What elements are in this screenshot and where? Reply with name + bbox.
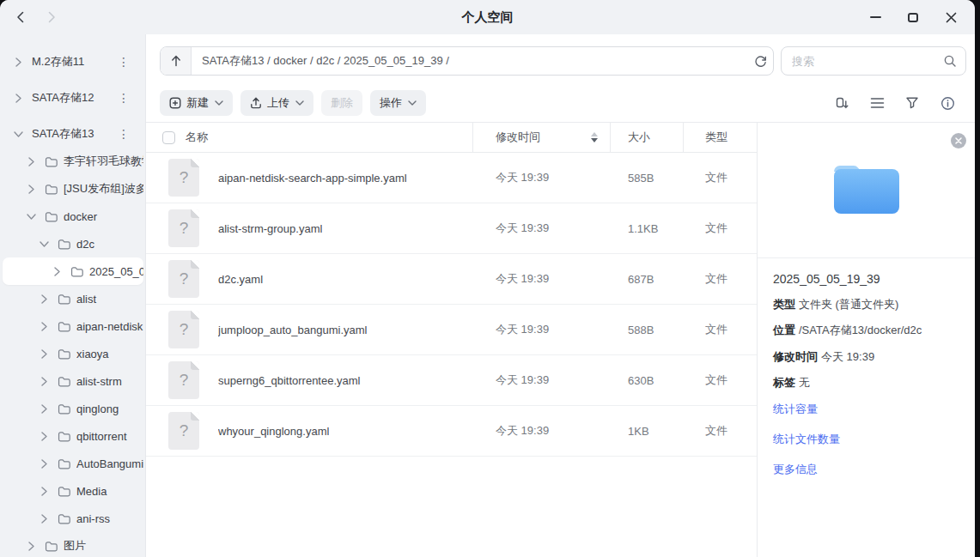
sidebar-item-label: alist [76,293,143,306]
chevron-right-icon[interactable] [27,157,35,166]
chevron-down-icon[interactable] [40,239,48,249]
sidebar-item-d2c[interactable]: d2c [3,230,143,257]
sidebar-item-ani-rss[interactable]: ani-rss [3,505,143,532]
chevron-right-icon[interactable] [40,294,48,304]
new-button-label: 新建 [186,95,209,111]
column-header-type[interactable]: 类型 [705,130,727,145]
sidebar-item-label: qinglong [76,403,143,415]
sidebar-item-media[interactable]: Media [3,477,143,505]
details-action-link-2[interactable]: 更多信息 [773,462,818,477]
sidebar-item-aipan-netdisk[interactable]: aipan-netdisk [3,312,143,340]
titlebar: 个人空间 [0,0,975,34]
chevron-down-icon[interactable] [27,212,35,221]
chevron-right-icon[interactable] [40,487,48,496]
actions-button[interactable]: 操作 [370,90,426,116]
file-name[interactable]: whyour_qinglong.yaml [218,425,329,438]
table-row[interactable]: ?d2c.yaml今天 19:39687B文件 [146,254,757,305]
chevron-right-icon[interactable] [40,349,48,359]
chevron-right-icon[interactable] [40,322,48,331]
table-row[interactable]: ?aipan-netdisk-search-app-simple.yaml今天 … [146,153,757,203]
sort-toggle-icon[interactable] [591,132,598,142]
upload-button[interactable]: 上传 [240,90,313,116]
breadcrumb[interactable]: SATA存储13 / docker / d2c / 2025_05_05_19_… [192,53,747,69]
up-directory-icon[interactable] [161,47,192,75]
file-type: 文件 [684,203,757,253]
chevron-right-icon[interactable] [40,432,48,441]
close-details-icon[interactable] [951,133,966,148]
details-field: 类型文件夹 (普通文件夹) [773,298,959,312]
chevron-right-icon[interactable] [40,459,48,469]
back-icon[interactable] [8,5,32,29]
sidebar-item-label: d2c [76,238,143,251]
kebab-menu-icon[interactable]: ⋮ [118,91,130,105]
sort-icon[interactable] [833,94,850,112]
search-icon[interactable] [943,54,957,68]
sidebar-item-alist[interactable]: alist [3,285,143,312]
chevron-down-icon [215,100,223,106]
sidebar-item-xiaoya[interactable]: xiaoya [3,340,143,367]
delete-button: 删除 [321,90,362,116]
sidebar-item-label: qbittorrent [76,430,143,443]
unknown-file-icon: ? [168,361,199,399]
table-row[interactable]: ?jumploop_auto_bangumi.yaml今天 19:39588B文… [146,305,757,355]
sidebar-item-autobangumi[interactable]: AutoBangumi [3,450,143,477]
kebab-menu-icon[interactable]: ⋮ [118,55,130,69]
chevron-right-icon[interactable] [27,185,35,194]
sidebar-item-m211[interactable]: M.2存储11⋮ [3,48,143,76]
table-row[interactable]: ?alist-strm-group.yaml今天 19:391.1KB文件 [146,203,757,254]
file-name[interactable]: superng6_qbittorrentee.yaml [218,374,361,387]
sidebar-item-qbittorrent[interactable]: qbittorrent [3,422,143,450]
unknown-file-icon: ? [168,412,199,450]
details-action-link-1[interactable]: 统计文件数量 [773,432,840,447]
sidebar-item-2025_05_05_19_39[interactable]: 2025_05_05_19_39 [3,257,143,285]
upload-icon [250,97,262,109]
sidebar-item-alist-strm[interactable]: alist-strm [3,367,143,395]
file-name[interactable]: alist-strm-group.yaml [218,222,322,235]
chevron-right-icon[interactable] [40,377,48,386]
column-header-modified[interactable]: 修改时间 [496,130,540,145]
chevron-right-icon[interactable] [14,58,22,67]
table-row[interactable]: ?whyour_qinglong.yaml今天 19:391KB文件 [146,406,757,457]
select-all-checkbox[interactable] [162,131,175,144]
path-bar[interactable]: SATA存储13 / docker / d2c / 2025_05_05_19_… [160,46,774,76]
search-input[interactable] [792,55,943,68]
file-name[interactable]: aipan-netdisk-search-app-simple.yaml [218,172,407,185]
table-row[interactable]: ?superng6_qbittorrentee.yaml今天 19:39630B… [146,355,757,406]
chevron-down-icon[interactable] [14,130,22,139]
sidebar-item-item-3[interactable]: 李宇轩羽毛球教学 [3,148,143,175]
sidebar-item-item-17[interactable]: 图片 [3,532,143,557]
info-icon[interactable] [939,94,956,112]
details-preview [758,123,975,258]
details-field: 修改时间今天 19:39 [773,350,959,364]
folder-icon [58,348,70,360]
sidebar-item-jsu[interactable]: [JSU发布组]波多 [3,175,143,203]
sidebar-item-sata13[interactable]: SATA存储13⋮ [3,120,143,148]
close-icon[interactable] [942,9,959,26]
column-header-size[interactable]: 大小 [628,130,650,145]
chevron-right-icon[interactable] [14,94,22,103]
file-name[interactable]: jumploop_auto_bangumi.yaml [218,324,367,336]
sidebar-item-docker[interactable]: docker [3,203,143,230]
new-button[interactable]: 新建 [160,90,233,116]
forward-icon [40,5,64,29]
minimize-icon[interactable] [867,9,884,26]
sidebar-item-sata12[interactable]: SATA存储12⋮ [3,84,143,112]
file-name[interactable]: d2c.yaml [218,273,263,286]
folder-icon [58,294,70,305]
chevron-right-icon[interactable] [40,514,48,524]
list-view-icon[interactable] [868,94,886,112]
chevron-right-icon[interactable] [40,404,48,414]
maximize-icon[interactable] [904,9,922,26]
column-header-name[interactable]: 名称 [186,130,208,145]
sidebar-item-qinglong[interactable]: qinglong [3,395,143,422]
details-field-value: 无 [799,376,810,389]
refresh-icon[interactable] [747,55,773,68]
details-action-link-0[interactable]: 统计容量 [773,402,818,417]
chevron-right-icon[interactable] [52,267,61,276]
file-size: 1.1KB [611,203,684,253]
details-field-value: /SATA存储13/docker/d2c [799,324,922,336]
chevron-right-icon[interactable] [27,542,35,551]
filter-icon[interactable] [904,94,921,112]
window-title: 个人空间 [0,9,975,26]
kebab-menu-icon[interactable]: ⋮ [118,127,130,141]
